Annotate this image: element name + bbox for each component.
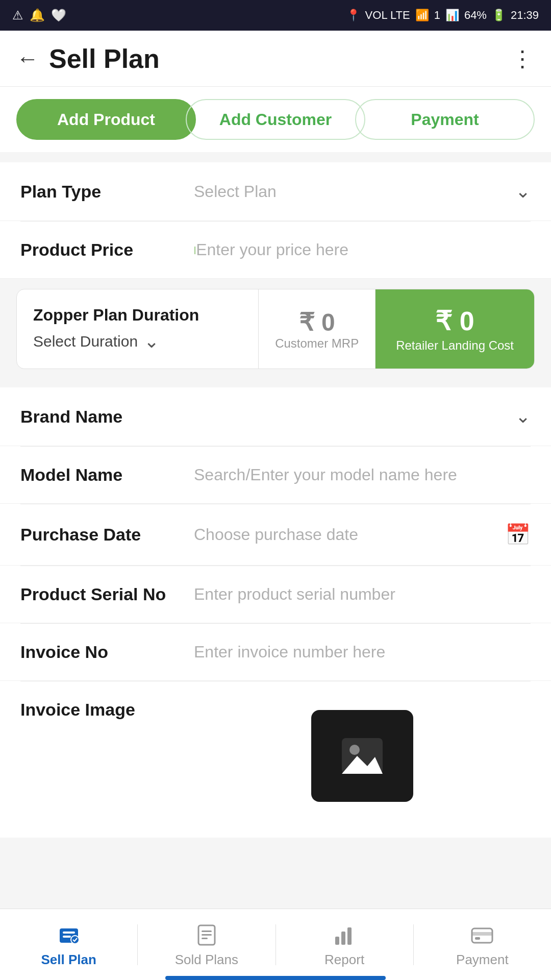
battery-icon: 🔋 xyxy=(492,9,506,22)
brand-name-value[interactable]: ⌄ xyxy=(194,406,531,427)
image-upload-icon xyxy=(339,736,385,776)
duration-dropdown-arrow[interactable]: ⌄ xyxy=(144,331,159,352)
retailer-cost-value: ₹ 0 xyxy=(435,306,474,336)
nav-sell-plan-label: Sell Plan xyxy=(41,952,96,968)
invoice-image-upload[interactable] xyxy=(311,710,413,802)
signal-bars: 📊 xyxy=(445,9,459,22)
svg-rect-9 xyxy=(202,934,212,936)
plan-type-label: Plan Type xyxy=(20,182,194,202)
brand-name-label: Brand Name xyxy=(20,407,194,427)
plan-type-value[interactable]: Select Plan ⌄ xyxy=(194,181,531,202)
invoice-no-row: Invoice No xyxy=(0,624,551,681)
status-bar: ⚠ 🔔 🤍 📍 VOL LTE 📶 1 📊 64% 🔋 21:39 xyxy=(0,0,551,31)
heart-icon: 🤍 xyxy=(51,8,66,22)
back-button[interactable]: ← xyxy=(16,46,39,71)
report-icon xyxy=(331,921,358,948)
svg-rect-8 xyxy=(202,930,212,932)
purchase-date-label: Purchase Date xyxy=(20,525,194,545)
time-label: 21:39 xyxy=(511,9,539,22)
invoice-no-value xyxy=(194,643,531,662)
product-serial-label: Product Serial No xyxy=(20,584,194,604)
header-left: ← Sell Plan xyxy=(16,43,160,74)
nav-report[interactable]: Report xyxy=(276,921,413,968)
nav-payment-label: Payment xyxy=(456,952,509,968)
model-name-label: Model Name xyxy=(20,465,194,485)
purchase-date-value[interactable]: Choose purchase date 📅 xyxy=(194,523,531,547)
alert-icon: ⚠ xyxy=(12,8,23,22)
battery-label: 64% xyxy=(464,9,487,22)
model-name-input[interactable] xyxy=(194,465,531,484)
brand-dropdown-arrow[interactable]: ⌄ xyxy=(515,406,531,427)
brand-name-row[interactable]: Brand Name ⌄ xyxy=(0,387,551,446)
svg-rect-12 xyxy=(341,932,345,945)
duration-select-label: Select Duration xyxy=(33,333,138,350)
svg-rect-11 xyxy=(335,937,339,945)
product-details-card: Brand Name ⌄ Model Name Purchase Date Ch… xyxy=(0,387,551,838)
customer-mrp-label: Customer MRP xyxy=(275,336,359,351)
sell-plan-icon xyxy=(56,921,82,948)
invoice-no-label: Invoice No xyxy=(20,642,194,662)
tab-add-product[interactable]: Add Product xyxy=(16,99,196,140)
nav-sold-plans-label: Sold Plans xyxy=(175,952,238,968)
zopper-plan-title: Zopper Plan Duration xyxy=(33,306,242,325)
retailer-cost-label: Retailer Landing Cost xyxy=(396,338,514,353)
duration-select[interactable]: Select Duration ⌄ xyxy=(33,331,242,352)
status-icons-left: ⚠ 🔔 🤍 xyxy=(12,8,66,22)
retailer-cost-section: ₹ 0 Retailer Landing Cost xyxy=(375,289,534,369)
product-serial-value xyxy=(194,585,531,604)
tab-add-customer[interactable]: Add Customer xyxy=(186,99,365,140)
main-content: Plan Type Select Plan ⌄ Product Price | … xyxy=(0,152,551,940)
invoice-image-label: Invoice Image xyxy=(20,700,194,720)
customer-mrp-value: ₹ 0 xyxy=(299,308,335,336)
top-header: ← Sell Plan ⋮ xyxy=(0,31,551,87)
purchase-date-placeholder: Choose purchase date xyxy=(194,525,358,544)
bottom-home-bar xyxy=(165,976,386,980)
model-name-value xyxy=(194,465,531,484)
bell-icon: 🔔 xyxy=(30,8,45,22)
product-price-input[interactable] xyxy=(196,240,531,259)
plan-type-card: Plan Type Select Plan ⌄ Product Price | xyxy=(0,162,551,279)
nav-payment[interactable]: Payment xyxy=(414,921,551,968)
svg-rect-13 xyxy=(347,927,352,945)
svg-point-1 xyxy=(349,745,360,755)
svg-rect-15 xyxy=(472,932,492,936)
nav-report-label: Report xyxy=(324,952,364,968)
svg-point-6 xyxy=(71,936,79,944)
more-menu-button[interactable]: ⋮ xyxy=(511,45,535,71)
tab-payment[interactable]: Payment xyxy=(355,99,535,140)
wifi-icon: 📶 xyxy=(415,9,429,22)
location-icon: 📍 xyxy=(346,9,360,22)
plan-type-dropdown-arrow[interactable]: ⌄ xyxy=(515,181,531,202)
product-price-value: | xyxy=(194,240,531,259)
bottom-nav: Sell Plan Sold Plans Report Payment xyxy=(0,909,551,980)
duration-card: Zopper Plan Duration Select Duration ⌄ ₹… xyxy=(16,289,535,369)
customer-mrp-section: ₹ 0 Customer MRP xyxy=(258,289,375,369)
model-name-row: Model Name xyxy=(0,447,551,504)
svg-rect-10 xyxy=(202,938,208,939)
svg-rect-16 xyxy=(475,937,480,940)
nav-sell-plan[interactable]: Sell Plan xyxy=(0,921,137,968)
spacer-1 xyxy=(0,379,551,387)
purchase-date-row: Purchase Date Choose purchase date 📅 xyxy=(0,504,551,566)
tab-steps: Add Product Add Customer Payment xyxy=(0,87,551,152)
nav-sold-plans[interactable]: Sold Plans xyxy=(138,921,275,968)
plan-type-row: Plan Type Select Plan ⌄ xyxy=(0,162,551,221)
calendar-icon[interactable]: 📅 xyxy=(505,523,531,547)
product-serial-row: Product Serial No xyxy=(0,566,551,623)
invoice-no-input[interactable] xyxy=(194,643,531,662)
product-serial-input[interactable] xyxy=(194,585,531,604)
svg-rect-5 xyxy=(63,936,71,938)
network-label: VOL LTE xyxy=(365,9,410,22)
svg-rect-4 xyxy=(63,932,75,934)
plan-type-placeholder: Select Plan xyxy=(194,182,277,201)
status-right: 📍 VOL LTE 📶 1 📊 64% 🔋 21:39 xyxy=(346,9,539,22)
product-price-label: Product Price xyxy=(20,240,194,260)
duration-left: Zopper Plan Duration Select Duration ⌄ xyxy=(17,289,258,369)
product-price-row: Product Price | xyxy=(0,222,551,279)
invoice-image-row: Invoice Image xyxy=(0,681,551,838)
payment-icon xyxy=(469,921,495,948)
sim-icon: 1 xyxy=(434,9,440,22)
sold-plans-icon xyxy=(193,921,220,948)
invoice-image-container xyxy=(194,700,531,812)
page-title: Sell Plan xyxy=(49,43,160,74)
